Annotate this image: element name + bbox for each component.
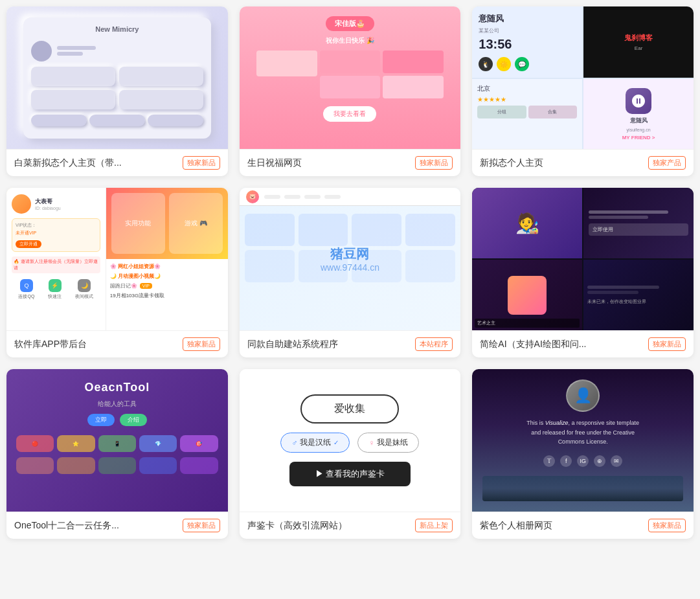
- thumb8-main-btn: 爱收集: [300, 394, 399, 424]
- thumb8-female-label: 我是妹纸: [377, 437, 408, 448]
- thumb5-nav3: [304, 195, 321, 199]
- card-7-title: OneTool十二合一云任务...: [14, 520, 177, 532]
- thumb7-icon8: [98, 457, 136, 474]
- thumb9-desc2: and released for free under the Creative…: [518, 428, 648, 447]
- thumb7-icon2: ⭐: [57, 435, 95, 452]
- thumb3-company: 某某公司: [479, 27, 499, 34]
- card-4-footer: 软件库APP带后台 独家新品: [6, 330, 228, 357]
- thumb7-btn-blue: 立即: [87, 414, 115, 426]
- card-1-badge: 独家新品: [183, 156, 220, 170]
- card-8[interactable]: 爱收集 ♂ 我是汉纸 ✓ ♀ 我是妹纸 ▶ 查看我的声鉴卡 声鉴卡（高效引流网站…: [240, 369, 461, 539]
- thumb1-card3: [31, 90, 115, 109]
- thumb5-watermark1: 猪豆网: [321, 245, 379, 262]
- thumb5-nav2: [284, 195, 300, 199]
- card-4-thumbnail: 大表哥 ID: dabiaogu VIP状态： 未开通VIP 立即开通 🔥 邀请…: [6, 188, 228, 330]
- card-8-badge: 新品上架: [415, 519, 453, 532]
- thumb7-icon3: 📱: [98, 435, 136, 452]
- thumb9-avatar: 👤: [566, 379, 600, 412]
- thumb6-cell1: 🧑‍🎨: [472, 188, 582, 258]
- card-3-thumbnail: 意随风 某某公司 13:56 🐧 ☀️ 💬 鬼刹博客 Ear 北京: [472, 6, 694, 149]
- card-1-footer: 白菜新拟态个人主页（带... 独家新品: [6, 149, 228, 176]
- card-3-title: 新拟态个人主页: [480, 157, 643, 169]
- card-9-title: 紫色个人相册网页: [480, 520, 643, 532]
- card-9[interactable]: 👤 This is Visualize, a responsive site t…: [472, 369, 694, 539]
- thumb7-icon7: [57, 457, 95, 474]
- thumb8-female-icon: ♀: [368, 438, 374, 447]
- card-2-badge: 独家新品: [415, 156, 453, 170]
- card-4[interactable]: 大表哥 ID: dabiaogu VIP状态： 未开通VIP 立即开通 🔥 邀请…: [6, 188, 228, 357]
- card-3[interactable]: 意随风 某某公司 13:56 🐧 ☀️ 💬 鬼刹博客 Ear 北京: [472, 6, 694, 176]
- card-5[interactable]: 🐷 猪豆网 www.97444.cn: [240, 188, 461, 357]
- thumb4-notice: 🔥 邀请新人注册领会员（无限量）立即邀请: [12, 256, 100, 273]
- thumb3-blog-sub: Ear: [635, 45, 642, 51]
- thumb5-nav4: [324, 195, 341, 199]
- card-6-badge: 独家新品: [648, 337, 686, 351]
- thumb7-icon6: [16, 457, 54, 474]
- thumb3-logo: [626, 88, 651, 114]
- thumb3-grid1: 分组: [477, 106, 526, 119]
- card-1[interactable]: New Mimicry: [6, 6, 228, 176]
- thumb4-qq-icon: Q: [20, 279, 33, 292]
- card-7-footer: OneTool十二合一云任务... 独家新品: [6, 512, 228, 539]
- card-9-badge: 独家新品: [648, 519, 686, 532]
- thumb3-blog: 鬼刹博客: [624, 33, 653, 43]
- thumb7-title: OeacnTool: [84, 381, 150, 394]
- thumb4-speed-icon: ⚡: [49, 279, 62, 292]
- card-7[interactable]: OeacnTool 给能人的工具 立即 介绍 🔴 ⭐ 📱 💎 🎯: [6, 369, 228, 539]
- thumb6-line4: [587, 291, 638, 294]
- thumb2-sub: 祝你生日快乐 🎉: [326, 36, 374, 45]
- thumb9-fb: f: [560, 455, 572, 467]
- thumb4-gb: 19月相103G流量卡领取: [110, 292, 224, 299]
- thumb8-male-label: 我是汉纸: [300, 437, 331, 448]
- thumb6-line2: [589, 216, 648, 219]
- thumb7-icon4: 💎: [139, 435, 177, 452]
- card-5-badge: 本站程序: [415, 337, 453, 351]
- thumb5-item2: [299, 214, 348, 246]
- thumb4-speed-label: 快速注: [48, 294, 62, 299]
- thumb1-btn2: [89, 115, 145, 126]
- thumb3-icon1: 🐧: [479, 57, 493, 71]
- card-2-footer: 生日祝福网页 独家新品: [240, 149, 461, 176]
- thumb1-card2: [119, 67, 203, 86]
- thumb6-line3: [587, 286, 659, 289]
- thumb4-girl: 🌸 网红小姐姐资源🌸: [110, 263, 224, 270]
- card-2[interactable]: 宋佳版🎂 祝你生日快乐 🎉 我要去看看 生日祝福网页 独家新品: [240, 6, 461, 176]
- thumb1-card4: [119, 90, 203, 109]
- thumb1-btn3: [148, 115, 203, 126]
- thumb1-avatar: [31, 41, 52, 62]
- thumb2-photo4: [320, 76, 381, 98]
- card-8-thumbnail: 爱收集 ♂ 我是汉纸 ✓ ♀ 我是妹纸 ▶ 查看我的声鉴卡: [240, 369, 461, 512]
- thumb5-item3: [352, 214, 401, 246]
- thumb5-watermark2: www.97444.cn: [321, 262, 379, 273]
- card-3-badge: 独家产品: [648, 156, 686, 170]
- thumb1-card1: [31, 67, 115, 86]
- thumb7-icon9: [139, 457, 177, 474]
- thumb1-line2: [57, 52, 83, 56]
- thumb1-line1: [57, 46, 96, 50]
- thumb5-nav1: [264, 195, 280, 199]
- card-9-thumbnail: 👤 This is Visualize, a responsive site t…: [472, 369, 694, 512]
- thumb2-photo5: [383, 76, 444, 98]
- thumb6-footer-text: 未来已来，创作改变绘图业界: [587, 299, 690, 305]
- thumb3-grid2: 合集: [528, 106, 577, 119]
- thumb9-ig: IG: [577, 455, 589, 467]
- card-5-thumbnail: 🐷 猪豆网 www.97444.cn: [240, 188, 461, 330]
- card-3-footer: 新拟态个人主页 独家产品: [472, 149, 694, 176]
- thumb7-icon10: [180, 457, 218, 474]
- card-9-footer: 紫色个人相册网页 独家新品: [472, 512, 694, 539]
- thumb4-vip-status: 未开通VIP: [16, 230, 96, 236]
- thumb6-line1: [589, 210, 668, 214]
- thumb4-avatar: [12, 194, 31, 214]
- thumb7-icon5: 🎯: [180, 435, 218, 452]
- thumb8-female-btn: ♀ 我是妹纸: [357, 433, 419, 453]
- card-6[interactable]: 🧑‍🎨 立即使用 艺术之主 未来已来，创作改变绘图业界 简绘AI（支持A: [472, 188, 694, 357]
- card-6-title: 简绘AI（支持AI绘图和问...: [480, 339, 643, 350]
- thumb4-dark-label: 夜间模式: [75, 294, 93, 299]
- card-8-title: 声鉴卡（高效引流网站）: [247, 520, 411, 532]
- thumb3-brand2: 意随风: [630, 117, 648, 125]
- thumb3-myfriend: MY FRIEND >: [622, 135, 655, 141]
- thumb8-result-btn: ▶ 查看我的声鉴卡: [289, 462, 411, 486]
- thumb3-icon3: 💬: [515, 57, 529, 71]
- thumb3-brand: 意随风: [479, 13, 504, 25]
- thumb6-btn1: 立即使用: [589, 223, 688, 236]
